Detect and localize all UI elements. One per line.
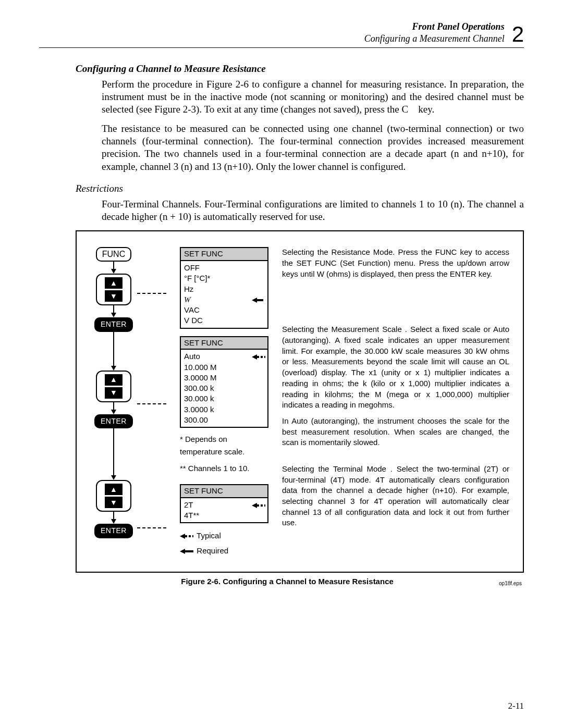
down-arrow-icon: ▼ [105,497,123,508]
menu-item: 3.0000 M [184,373,217,383]
menu-item-selected: Auto [184,351,200,362]
svg-marker-10 [180,549,193,554]
flow-column: FUNC ▲ ▼ ENTER ▲ ▼ ENTER [90,247,137,558]
menu-item: V DC [184,315,203,326]
footnote-channels: ** Channels 1 to 10. [180,462,268,475]
header-subsection-title: Configuring a Measurement Channel [364,33,505,45]
svg-rect-6 [264,504,265,507]
menu-title: SET FUNC [181,248,267,261]
footnote-temp-scale: * Depends on temperature scale. [180,433,268,458]
paragraph-restrictions: Four-Terminal Channels. Four-Terminal co… [102,198,524,224]
up-arrow-icon: ▲ [105,484,123,495]
menu-item: 300.00 k [184,383,214,393]
desc-measurement-scale: Selecting the Measurement Scale . Select… [282,324,509,411]
typical-arrow-icon [252,351,264,362]
func-key: FUNC [96,247,131,262]
paragraph-connection: The resistance to be measured can be con… [102,122,524,173]
paragraph-intro: Perform the procedure in Figure 2-6 to c… [102,78,524,116]
menu-item: °F [°C]* [184,273,210,283]
menu-set-func-2: SET FUNC Auto 10.000 M 3.0000 M 300.00 k [180,336,268,428]
heading-restrictions: Restrictions [76,182,524,195]
menu-item: 4T** [184,510,199,521]
arrow-keys-2: ▲ ▼ [96,371,131,402]
menu-item: 300.00 [184,415,208,425]
chapter-number: 2 [512,24,524,44]
arrow-legend: Typical Required [180,528,268,558]
footnotes: * Depends on temperature scale. ** Chann… [180,433,268,475]
arrow-keys-3: ▲ ▼ [96,480,131,512]
menu-item: Hz [184,284,193,294]
menu-title: SET FUNC [181,485,267,498]
figure-eps-label: op18f.eps [499,581,522,587]
heading-configure-resistance: Configuring a Channel to Measure Resista… [76,63,524,75]
enter-key-2: ENTER [94,414,133,429]
header-rule [39,47,524,48]
enter-key-1: ENTER [94,317,133,332]
menu-item-selected: W [184,294,191,305]
down-arrow-icon: ▼ [105,290,123,302]
menu-item: OFF [184,263,200,273]
menu-item-selected: 2T [184,500,193,510]
menu-column: SET FUNC OFF °F [°C]* Hz W VAC [180,247,268,558]
menu-item: 10.000 M [184,362,217,373]
legend-typical: Typical [197,531,221,540]
svg-marker-4 [252,503,259,508]
page-header: Front Panel Operations Configuring a Mea… [39,21,524,44]
page-number: 2-11 [508,700,524,711]
header-section-title: Front Panel Operations [364,21,505,33]
figure-caption: Figure 2-6. Configuring a Channel to Mea… [76,577,499,587]
up-arrow-icon: ▲ [105,277,123,289]
svg-marker-1 [252,354,259,360]
legend-required: Required [197,546,228,555]
typical-arrow-icon [252,500,264,510]
menu-title: SET FUNC [181,337,267,350]
enter-key-3: ENTER [94,524,133,538]
menu-set-func-3: SET FUNC 2T 4T** [180,484,268,523]
svg-rect-2 [261,356,263,358]
down-arrow-icon: ▼ [105,387,123,399]
svg-marker-7 [180,534,187,539]
svg-marker-0 [252,298,263,303]
menu-item: 30.000 k [184,393,214,404]
description-column: Selecting the Resistance Mode. Press the… [282,247,509,558]
menu-set-func-1: SET FUNC OFF °F [°C]* Hz W VAC [180,247,268,328]
required-arrow-icon [180,544,192,559]
desc-terminal-mode: Selecting the Terminal Mode . Select the… [282,464,509,528]
desc-resistance-mode: Selecting the Resistance Mode. Press the… [282,247,509,279]
up-arrow-icon: ▲ [105,374,123,386]
dash-connectors [151,247,166,558]
menu-item: 3.0000 k [184,404,214,415]
svg-rect-3 [264,356,265,358]
menu-item: VAC [184,305,200,315]
svg-rect-9 [192,535,193,537]
desc-auto-range: In Auto (autoranging), the instrument ch… [282,416,509,448]
arrow-keys-1: ▲ ▼ [96,274,131,305]
typical-arrow-icon [180,528,192,544]
svg-rect-8 [189,535,191,537]
figure-frame: FUNC ▲ ▼ ENTER ▲ ▼ ENTER [76,230,524,573]
required-arrow-icon [252,294,264,305]
svg-rect-5 [261,504,263,507]
